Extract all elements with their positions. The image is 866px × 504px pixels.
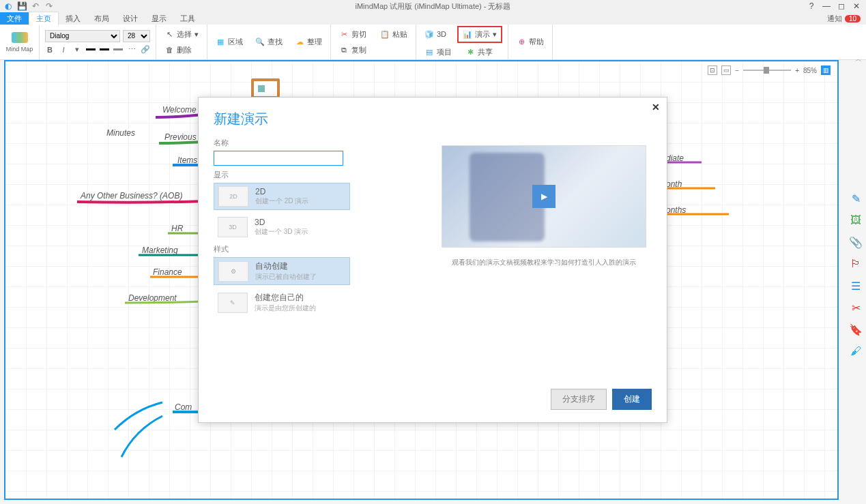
branch-onth[interactable]: onth: [666, 179, 682, 189]
name-input[interactable]: [214, 151, 343, 166]
option-2d[interactable]: 2D 2D创建一个 2D 演示: [214, 183, 350, 210]
zoom-slider[interactable]: [743, 70, 791, 71]
tidy-button[interactable]: ☁整理: [292, 35, 325, 48]
branch-welcome[interactable]: Welcome: [162, 105, 197, 115]
zoom-in-button[interactable]: +: [795, 67, 799, 74]
maximize-icon[interactable]: ◻: [836, 1, 847, 11]
copy-icon: ⧉: [339, 45, 349, 55]
region-button[interactable]: ▦区域: [213, 35, 246, 48]
help-icon[interactable]: ?: [806, 1, 817, 11]
zoom-out-button[interactable]: −: [735, 67, 739, 74]
font-name-select[interactable]: Dialog: [45, 30, 120, 42]
fit-width-icon[interactable]: ▭: [721, 65, 731, 75]
cut-icon: ✂: [339, 29, 349, 39]
tab-tools[interactable]: 工具: [173, 12, 202, 25]
ribbon-collapse-icon[interactable]: ︿: [855, 55, 862, 64]
font-size-select[interactable]: 28: [123, 30, 150, 42]
image-tool-icon[interactable]: 🖼: [848, 213, 863, 228]
file-menu[interactable]: 文件: [0, 12, 29, 25]
branch-items[interactable]: Items: [177, 155, 197, 165]
ribbon-edit-select: ↖选择 ▾ 🗑删除: [156, 25, 207, 59]
window-title: iMindMap 试用版 (iMindMap Ultimate) - 无标题: [356, 1, 511, 12]
color-swatch-2[interactable]: [100, 48, 109, 50]
project-button[interactable]: ▤项目: [422, 46, 454, 59]
tab-design[interactable]: 设计: [116, 12, 145, 25]
tab-layout[interactable]: 布局: [87, 12, 116, 25]
branch-finance[interactable]: Finance: [153, 267, 182, 277]
color-swatch-3[interactable]: [113, 48, 123, 50]
play-icon: ▶: [532, 185, 555, 208]
undo-icon[interactable]: ↶: [30, 1, 41, 12]
find-button[interactable]: 🔍查找: [252, 35, 285, 48]
opt-2d-desc: 创建一个 2D 演示: [255, 196, 308, 206]
branch-sort-button[interactable]: 分支排序: [551, 389, 607, 410]
create-button[interactable]: 创建: [612, 389, 652, 410]
paste-button[interactable]: 📋粘贴: [377, 28, 410, 41]
list-tool-icon[interactable]: ☰: [848, 278, 863, 293]
tab-insert[interactable]: 插入: [59, 12, 87, 25]
snip-tool-icon[interactable]: ✂: [848, 300, 863, 315]
more-color-button[interactable]: ⋯: [127, 45, 136, 55]
delete-button[interactable]: 🗑删除: [162, 44, 201, 57]
branch-minutes[interactable]: Minutes: [106, 128, 135, 138]
fit-page-icon[interactable]: ⊡: [708, 65, 717, 75]
tab-display[interactable]: 显示: [145, 12, 173, 25]
brush-tool-icon[interactable]: 🖌: [848, 344, 863, 359]
select-button[interactable]: ↖选择 ▾: [162, 28, 201, 41]
option-3d[interactable]: 3D 3D创建一个 3D 演示: [214, 214, 350, 240]
video-thumbnail[interactable]: ▶: [442, 145, 646, 248]
share-button[interactable]: ✱共享: [463, 46, 495, 59]
color-swatch-1[interactable]: [86, 48, 96, 50]
option-own[interactable]: ✎ 创建您自己的演示是由您所创建的: [214, 289, 350, 316]
modal-close-icon[interactable]: ✕: [652, 102, 660, 113]
chain-icon[interactable]: 🔗: [141, 45, 150, 55]
3d-button[interactable]: 🧊3D: [422, 26, 449, 43]
branch-aob[interactable]: Any Other Business? (AOB): [81, 191, 182, 201]
tab-home[interactable]: 主页: [29, 12, 59, 25]
close-icon[interactable]: ✕: [851, 1, 862, 11]
ribbon-font: Dialog 28 B I ▾ ⋯ 🔗: [40, 25, 156, 59]
branch-diate[interactable]: diate: [666, 153, 684, 163]
zoom-percent: 85%: [803, 67, 817, 74]
view-mode-icon[interactable]: ▥: [821, 65, 831, 75]
copy-button[interactable]: ⧉复制: [336, 44, 410, 57]
branch-marketing[interactable]: Marketing: [142, 246, 178, 255]
trash-icon: 🗑: [164, 45, 174, 55]
present-button[interactable]: 📊演示 ▾: [457, 26, 502, 43]
mindmap-label: Mind Map: [6, 46, 33, 53]
cut-button[interactable]: ✂剪切: [336, 28, 369, 41]
app-icon: ◐: [3, 1, 14, 12]
opt-own-title: 创建您自己的: [255, 292, 316, 303]
edit-tool-icon[interactable]: ✎: [848, 191, 863, 206]
thumb-2d-icon: 2D: [218, 186, 248, 207]
notify-label: 通知: [827, 14, 842, 24]
branch-hr[interactable]: HR: [171, 224, 183, 233]
branch-development[interactable]: Development: [128, 293, 177, 303]
attach-tool-icon[interactable]: 📎: [848, 235, 863, 250]
flag-tool-icon[interactable]: 🏳: [848, 256, 863, 271]
tag-tool-icon[interactable]: 🔖: [848, 322, 863, 337]
paste-icon: 📋: [380, 29, 390, 39]
option-auto[interactable]: ⚙ 自动创建演示已被自动创建了: [214, 257, 350, 285]
save-icon[interactable]: 💾: [16, 1, 27, 12]
ribbon-view: 🧊3D 📊演示 ▾ ▤项目 ✱共享: [416, 25, 508, 59]
search-icon: 🔍: [255, 38, 265, 47]
branch-previous[interactable]: Previous: [164, 132, 197, 142]
ribbon: Mind Map Dialog 28 B I ▾ ⋯ 🔗 ↖选择 ▾ 🗑删除 ▦…: [0, 25, 866, 60]
opt-auto-desc: 演示已被自动创建了: [255, 272, 317, 282]
redo-icon[interactable]: ↷: [44, 1, 55, 12]
notify-area[interactable]: 通知 10: [827, 14, 861, 24]
branch-com[interactable]: Com: [175, 402, 192, 412]
italic-button[interactable]: I: [59, 45, 68, 55]
project-icon: ▤: [424, 47, 434, 57]
ribbon-mindmap[interactable]: Mind Map: [0, 25, 40, 59]
opt-3d-title: 3D: [255, 218, 308, 227]
branch-onths[interactable]: onths: [666, 205, 686, 215]
minimize-icon[interactable]: —: [821, 1, 832, 11]
bold-button[interactable]: B: [45, 45, 55, 55]
font-color-button[interactable]: ▾: [72, 45, 82, 55]
thumb-auto-icon: ⚙: [218, 261, 248, 282]
help-button[interactable]: ⊕帮助: [514, 35, 547, 48]
new-presentation-modal: ✕ 新建演示 名称 显示 2D 2D创建一个 2D 演示 3D 3D创建一个 3…: [198, 97, 667, 423]
notify-badge: 10: [845, 15, 861, 23]
